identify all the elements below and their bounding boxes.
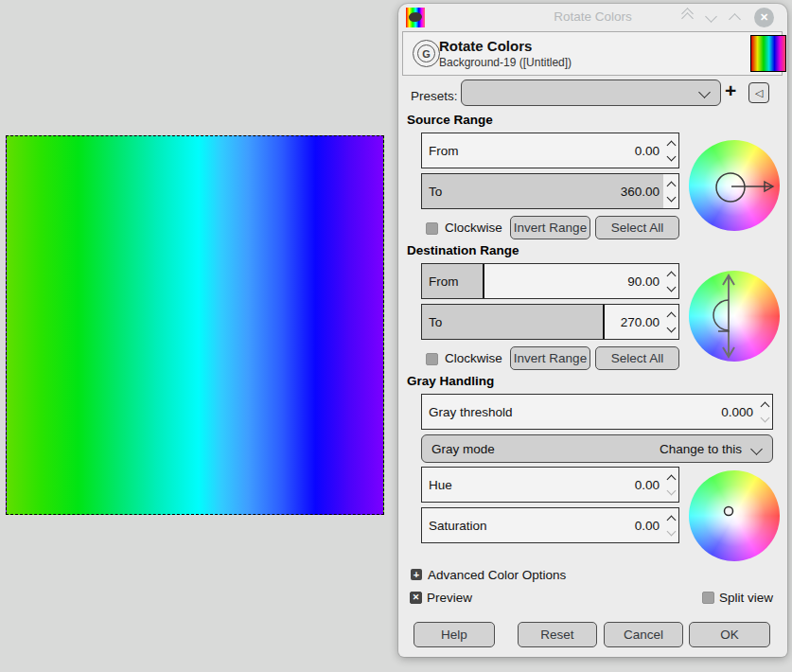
source-from-field[interactable]: From 0.00 <box>422 133 663 168</box>
keep-above-button[interactable] <box>683 13 692 23</box>
saturation-field[interactable]: Saturation 0.00 <box>422 508 663 542</box>
hue-label: Hue <box>429 478 452 492</box>
spin-up-button[interactable] <box>666 474 676 484</box>
spin-up-button[interactable] <box>666 271 676 280</box>
spin-up-button[interactable] <box>666 181 676 190</box>
button-label: Select All <box>611 351 664 365</box>
chevron-down-icon <box>750 443 763 455</box>
gray-handling-wheel[interactable] <box>689 470 780 561</box>
chevron-down-icon <box>698 86 711 98</box>
source-invert-range-button[interactable]: Invert Range <box>510 216 590 239</box>
spin-up-button[interactable] <box>666 311 676 321</box>
source-to-spinscale[interactable]: To 360.00 <box>421 173 679 209</box>
add-preset-button[interactable]: + <box>725 81 736 100</box>
saturation-label: Saturation <box>429 519 487 533</box>
source-clockwise-checkbox[interactable] <box>426 222 438 235</box>
plus-icon: + <box>414 570 419 580</box>
destination-from-label: From <box>429 274 459 289</box>
spin-up-button[interactable] <box>760 401 769 411</box>
destination-invert-range-button[interactable]: Invert Range <box>510 346 590 370</box>
destination-to-field[interactable]: To 270.00 <box>422 305 663 339</box>
preview-checkbox[interactable]: ✕ <box>410 592 422 604</box>
spin-down-button[interactable] <box>666 282 676 292</box>
button-label: Cancel <box>624 628 663 642</box>
split-view-checkbox[interactable] <box>702 592 714 604</box>
spin-down-button[interactable] <box>666 323 676 332</box>
import-preset-button[interactable]: ◁ <box>748 82 769 103</box>
gray-mode-label: Gray mode <box>431 442 495 456</box>
cancel-button[interactable]: Cancel <box>604 622 683 647</box>
hue-field[interactable]: Hue 0.00 <box>422 468 663 502</box>
spin-down-button[interactable] <box>666 192 676 202</box>
gray-threshold-spinscale[interactable]: Gray threshold 0.000 <box>421 394 773 430</box>
destination-from-spinscale[interactable]: From 90.00 <box>421 263 679 299</box>
destination-to-value: 270.00 <box>621 315 660 329</box>
source-select-all-button[interactable]: Select All <box>595 216 679 239</box>
button-label: Invert Range <box>514 351 587 365</box>
spin-down-button[interactable] <box>760 413 769 422</box>
image-preview[interactable] <box>6 135 384 515</box>
unshade-button[interactable] <box>730 11 739 24</box>
dialog-header: G Rotate Colors Background-19 ([Untitled… <box>402 31 783 76</box>
source-range-indicator <box>689 140 780 231</box>
gray-mode-value: Change to this <box>660 442 742 456</box>
destination-to-label: To <box>429 315 442 329</box>
source-to-label: To <box>429 185 442 199</box>
reset-button[interactable]: Reset <box>518 622 597 647</box>
selection-marching-ants <box>6 135 384 515</box>
gray-threshold-field[interactable]: Gray threshold 0.000 <box>422 395 757 429</box>
chevron-down-icon <box>705 10 717 23</box>
spin-down-button[interactable] <box>666 151 676 161</box>
gray-mode-dropdown[interactable]: Gray mode Change to this <box>421 434 773 463</box>
preview-label: Preview <box>427 591 472 605</box>
destination-clockwise-label: Clockwise <box>445 351 502 365</box>
source-to-field[interactable]: To 360.00 <box>422 174 663 208</box>
button-label: Help <box>441 628 467 642</box>
gray-handling-heading: Gray Handling <box>407 374 494 388</box>
ok-button[interactable]: OK <box>689 622 770 647</box>
presets-dropdown[interactable] <box>461 80 721 106</box>
destination-range-wheel[interactable] <box>689 271 780 362</box>
gimp-logo-icon: G <box>413 40 440 67</box>
destination-from-value: 90.00 <box>627 274 660 289</box>
source-clockwise-label: Clockwise <box>445 221 502 235</box>
gray-point-indicator <box>689 470 780 561</box>
spin-down-button[interactable] <box>666 526 676 536</box>
button-label: Invert Range <box>514 221 587 235</box>
hue-spinscale[interactable]: Hue 0.00 <box>421 467 679 503</box>
source-from-spinscale[interactable]: From 0.00 <box>421 133 679 168</box>
gray-threshold-label: Gray threshold <box>429 405 513 419</box>
help-button[interactable]: Help <box>414 622 495 647</box>
destination-select-all-button[interactable]: Select All <box>595 346 679 370</box>
advanced-options-expander[interactable]: + <box>411 569 422 580</box>
presets-label: Presets: <box>411 89 458 103</box>
destination-to-spinscale[interactable]: To 270.00 <box>421 304 679 340</box>
slider-fill <box>422 305 605 339</box>
hue-value: 0.00 <box>635 478 660 492</box>
rotate-colors-dialog: Rotate Colors ✕ G Rotate Colors Backgrou… <box>398 4 787 657</box>
source-from-label: From <box>429 144 459 158</box>
chevron-up-icon <box>729 13 741 26</box>
spin-down-button[interactable] <box>666 486 676 495</box>
saturation-spinscale[interactable]: Saturation 0.00 <box>421 507 679 543</box>
source-from-value: 0.00 <box>635 144 660 158</box>
spin-up-button[interactable] <box>666 515 676 524</box>
destination-range-indicator <box>689 271 780 362</box>
spin-up-button[interactable] <box>666 140 676 150</box>
dialog-title: Rotate Colors <box>439 38 532 54</box>
check-icon: ✕ <box>413 593 420 602</box>
destination-clockwise-checkbox[interactable] <box>426 353 438 365</box>
source-to-value: 360.00 <box>621 185 660 199</box>
gimp-logo-letter: G <box>417 44 435 62</box>
destination-range-heading: Destination Range <box>407 243 519 257</box>
split-view-label: Split view <box>719 591 773 605</box>
close-icon: ✕ <box>760 11 768 24</box>
shade-button[interactable] <box>707 12 715 24</box>
destination-from-field[interactable]: From 90.00 <box>422 264 663 298</box>
close-button[interactable]: ✕ <box>754 8 774 27</box>
dialog-titlebar[interactable]: Rotate Colors ✕ <box>398 4 787 31</box>
button-label: Reset <box>540 628 573 642</box>
button-label: OK <box>720 628 739 642</box>
source-range-wheel[interactable] <box>689 140 780 231</box>
saturation-value: 0.00 <box>635 519 660 533</box>
